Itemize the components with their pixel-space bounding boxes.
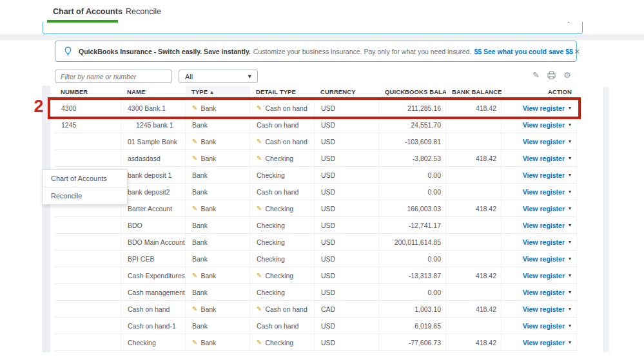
action-caret-icon[interactable]: ▾: [569, 172, 571, 178]
action-caret-icon[interactable]: ▾: [569, 272, 571, 278]
column-header-label: NUMBER: [61, 88, 88, 95]
column-header-type[interactable]: TYPE▲: [186, 86, 250, 100]
table-row-highlighted[interactable]: 43004300 Bank.1✎Bank✎Cash on handUSD211,…: [55, 100, 577, 117]
view-register-link[interactable]: View register: [523, 155, 565, 162]
action-caret-icon[interactable]: ▾: [569, 189, 571, 195]
menu-item-chart-of-accounts[interactable]: Chart of Accounts: [43, 170, 127, 187]
table-row[interactable]: Cash management accBankCheckingUSD0.00Vi…: [55, 284, 577, 301]
action-caret-icon[interactable]: ▾: [569, 205, 571, 211]
cell-bank-balance: [446, 117, 502, 133]
view-register-link[interactable]: View register: [523, 238, 565, 246]
accounts-table: NUMBERNAMETYPE▲DETAIL TYPECURRENCYQUICKB…: [55, 86, 577, 351]
column-header-name[interactable]: NAME: [121, 86, 186, 100]
cell-name: BDO Main Account ***: [121, 234, 186, 251]
cell-bank-balance: [446, 284, 502, 301]
table-row[interactable]: bank deposit2BankCash on handUSD0.00View…: [55, 184, 577, 200]
cell-quickbooks-balance: 211,285.16: [379, 100, 446, 117]
cell-action: View register▾: [502, 234, 577, 251]
action-caret-icon[interactable]: ▾: [569, 339, 571, 345]
column-header-detail-type[interactable]: DETAIL TYPE: [250, 86, 315, 100]
table-row[interactable]: Cash on hand-1BankCash on handUSD6,019.6…: [55, 318, 577, 334]
dropdown-value: All: [185, 73, 193, 81]
table-row[interactable]: BDO Main Account ***BankCheckingUSD200,0…: [55, 234, 577, 251]
action-caret-icon[interactable]: ▾: [569, 306, 571, 312]
edited-pencil-icon: ✎: [257, 339, 262, 346]
view-register-link[interactable]: View register: [523, 104, 565, 112]
cell-action: View register▾: [502, 133, 577, 150]
column-header-label: ACTION: [548, 88, 572, 95]
action-caret-icon[interactable]: ▾: [569, 323, 571, 329]
cell-detail-type: ✎Cash on hand: [250, 301, 315, 318]
cell-type: Bank: [186, 234, 250, 251]
scrollbar-track[interactable]: [603, 87, 609, 352]
cell-type: Bank: [186, 217, 250, 234]
table-row[interactable]: 12451245 bank 1BankCash on handUSD24,551…: [55, 117, 577, 133]
cell-number: [55, 217, 121, 234]
column-header-number[interactable]: NUMBER: [55, 86, 121, 100]
action-caret-icon[interactable]: ▾: [569, 222, 571, 228]
view-register-link[interactable]: View register: [523, 272, 565, 280]
edited-pencil-icon: ✎: [192, 339, 197, 346]
edited-pencil-icon: ✎: [257, 104, 262, 111]
edited-pencil-icon: ✎: [192, 272, 197, 279]
action-caret-icon[interactable]: ▾: [569, 105, 571, 111]
action-caret-icon[interactable]: ▾: [569, 256, 571, 262]
table-row[interactable]: Barter Account✎Bank✎CheckingUSD166,003.0…: [55, 200, 577, 217]
view-register-link[interactable]: View register: [523, 188, 565, 196]
action-caret-icon[interactable]: ▾: [569, 138, 571, 144]
table-row[interactable]: Cash on hand✎Bank✎Cash on handCAD1,003.1…: [55, 301, 577, 318]
view-register-link[interactable]: View register: [523, 255, 565, 263]
cell-number: [55, 267, 121, 284]
cell-currency: USD: [315, 167, 379, 184]
edit-pencil-icon[interactable]: ✎: [532, 70, 540, 81]
cell-action: View register▾: [502, 200, 577, 217]
tab-reconcile[interactable]: Reconcile: [126, 7, 161, 16]
banner-savings-link[interactable]: $$ See what you could save $$: [474, 48, 573, 55]
view-register-link[interactable]: View register: [523, 305, 565, 313]
cell-quickbooks-balance: -12,741.17: [379, 217, 446, 234]
table-row[interactable]: asdasdasd✎Bank✎CheckingUSD-3,802.53418.4…: [55, 150, 577, 167]
background-band: [0, 34, 644, 40]
cell-action: View register▾: [502, 334, 577, 351]
action-caret-icon[interactable]: ▾: [569, 155, 571, 161]
table-row[interactable]: bank deposit 1BankCheckingUSD0.00View re…: [55, 167, 577, 184]
gear-icon[interactable]: ⚙: [563, 70, 571, 81]
insurance-banner: QuickBooks Insurance - Switch easily. Sa…: [55, 41, 577, 62]
menu-item-reconcile[interactable]: Reconcile: [43, 187, 127, 204]
view-register-link[interactable]: View register: [523, 339, 565, 347]
view-register-link[interactable]: View register: [523, 138, 565, 146]
table-row[interactable]: Checking✎Bank✎CheckingUSD-77,606.73418.4…: [55, 334, 577, 351]
cell-action: View register▾: [502, 184, 577, 200]
view-register-link[interactable]: View register: [523, 205, 565, 213]
cell-name: BDO: [121, 217, 186, 234]
column-header-currency[interactable]: CURRENCY: [315, 86, 379, 100]
table-row[interactable]: Cash Expenditures✎Bank✎CheckingUSD-13,31…: [55, 267, 577, 284]
action-caret-icon[interactable]: ▾: [569, 239, 571, 245]
filter-input[interactable]: [55, 70, 172, 83]
column-header-action[interactable]: ACTION: [502, 86, 577, 100]
close-icon[interactable]: ×: [573, 46, 581, 57]
cell-detail-type: ✎Checking: [250, 267, 315, 284]
view-register-link[interactable]: View register: [523, 289, 565, 296]
action-caret-icon[interactable]: ▾: [569, 289, 571, 295]
table-row[interactable]: BPI CEBBankCheckingUSD0.00View register▾: [55, 251, 577, 267]
action-caret-icon[interactable]: ▾: [569, 122, 571, 128]
cell-type: Bank: [186, 284, 250, 301]
view-register-link[interactable]: View register: [523, 222, 565, 229]
table-toolbar: ✎ ⚙: [532, 70, 571, 81]
cell-bank-balance: 418.42: [446, 301, 502, 318]
view-register-link[interactable]: View register: [523, 121, 565, 129]
view-register-link[interactable]: View register: [523, 171, 565, 179]
filter-type-dropdown[interactable]: All ▼: [179, 70, 258, 83]
print-icon[interactable]: [547, 71, 556, 80]
table-row[interactable]: 01 Sample Bank✎Bank✎Cash on handUSD-103,…: [55, 133, 577, 150]
column-header-bank-balance[interactable]: BANK BALANCE: [446, 86, 502, 100]
column-header-quickbooks-balanc[interactable]: QUICKBOOKS BALANC: [379, 86, 446, 100]
view-register-link[interactable]: View register: [523, 322, 565, 330]
table-row[interactable]: BDOBankCheckingUSD-12,741.17View registe…: [55, 217, 577, 234]
cell-bank-balance: [446, 234, 502, 251]
cell-number: [55, 334, 121, 351]
cell-bank-balance: 418.42: [446, 100, 502, 117]
cell-currency: USD: [315, 117, 379, 133]
tab-chart-of-accounts[interactable]: Chart of Accounts: [53, 7, 122, 16]
